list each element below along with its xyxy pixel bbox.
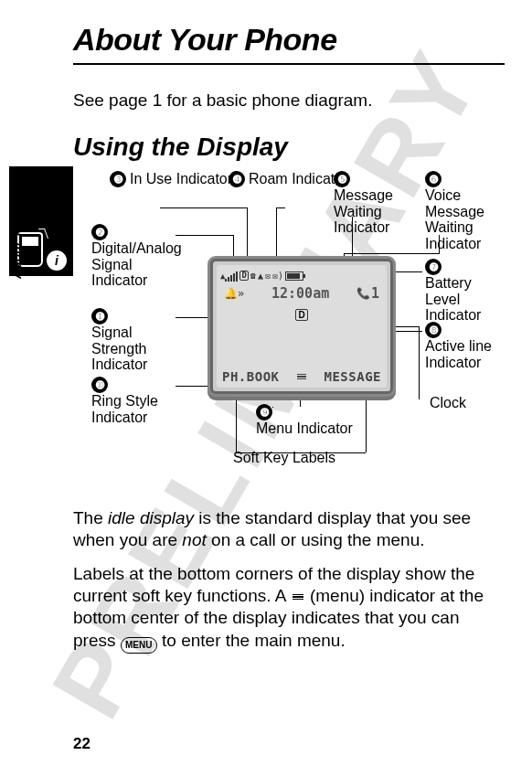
leader-line xyxy=(419,326,420,399)
callout-5-text: Message Waiting Indicator xyxy=(334,187,416,236)
leader-line xyxy=(160,207,247,208)
callout-5: ➎Message Waiting Indicator xyxy=(334,171,416,236)
section-heading: Using the Display xyxy=(73,133,505,162)
phone-screen-inner: ▲ D ☎ ▲ ✉ ✉) 🔔» 12:00am 📞1 D PH.B xyxy=(217,265,387,388)
p1-e: on a call or using the menu. xyxy=(207,530,425,549)
leader-line xyxy=(439,235,440,253)
leader-line xyxy=(272,407,273,408)
callout-2: ➋Digital/Analog Signal Indicator xyxy=(91,224,183,289)
callout-9: ➒Menu Indicator xyxy=(256,404,356,437)
body-paragraph-2: Labels at the bottom corners of the disp… xyxy=(73,563,505,654)
ring-style-icon: 🔔» xyxy=(224,287,244,300)
callout-6-text: Voice Message Waiting Indicator xyxy=(425,187,507,251)
voicemail-icon: ✉) xyxy=(272,271,283,281)
battery-icon xyxy=(285,271,303,281)
digital-indicator-icon: D xyxy=(239,271,248,281)
callout-7-text: Battery Level Indicator xyxy=(425,275,507,324)
callout-3-text: In Use Indicator xyxy=(130,171,232,187)
callout-clock: Clock xyxy=(430,395,466,411)
callout-number-7: ➐ xyxy=(425,259,442,275)
leader-line xyxy=(352,217,353,262)
roam-icon: ▲ xyxy=(258,271,263,281)
callout-1: ➊Signal Strength Indicator xyxy=(91,308,183,373)
menu-glyph-icon xyxy=(293,594,303,601)
leader-line xyxy=(176,235,233,236)
callout-7: ➐Battery Level Indicator xyxy=(425,259,507,324)
callout-number-1: ➊ xyxy=(91,308,108,324)
leader-line xyxy=(276,207,277,262)
callout-number-9: ➒ xyxy=(256,404,272,420)
center-indicator: D xyxy=(217,305,387,322)
callout-1-text: Signal Strength Indicator xyxy=(91,324,183,373)
callout-number-8: ➑ xyxy=(425,322,442,338)
body-paragraph-1: The idle display is the standard display… xyxy=(73,507,505,552)
digital-mode-icon: D xyxy=(295,309,307,321)
callout-number-6: ➏ xyxy=(425,171,442,187)
active-line-icon: 📞1 xyxy=(356,285,379,302)
callout-2-text: Digital/Analog Signal Indicator xyxy=(91,240,183,289)
leader-line xyxy=(236,452,366,453)
active-line-number: 1 xyxy=(371,285,379,302)
time-row: 🔔» 12:00am 📞1 xyxy=(217,283,387,303)
in-use-icon: ☎ xyxy=(250,271,256,281)
callout-8-text: Active line Indicator xyxy=(425,338,507,370)
display-diagram: ➌In Use Indicator ➍Roam Indicator ➎Messa… xyxy=(73,171,503,491)
callout-10: ➓Ring Style Indicator xyxy=(91,377,183,425)
p2-c: to enter the main menu. xyxy=(157,631,346,650)
callout-10-text: Ring Style Indicator xyxy=(91,393,183,425)
menu-indicator-icon xyxy=(297,374,306,380)
leader-line xyxy=(236,398,237,452)
status-bar: ▲ D ☎ ▲ ✉ ✉) xyxy=(217,265,387,283)
softkey-right: MESSAGE xyxy=(324,369,381,384)
callout-number-3: ➌ xyxy=(110,171,126,187)
callout-3: ➌In Use Indicator xyxy=(110,171,232,187)
menu-key-icon: MENU xyxy=(121,637,157,654)
callout-number-10: ➓ xyxy=(91,377,108,393)
leader-line xyxy=(276,207,285,208)
callout-number-2: ➋ xyxy=(91,224,108,240)
message-icon: ✉ xyxy=(265,271,271,281)
signal-strength-icon: ▲ xyxy=(220,271,238,282)
leader-line xyxy=(366,398,367,452)
callout-9-text: Menu Indicator xyxy=(256,420,353,437)
callout-4: ➍Roam Indicator xyxy=(229,171,348,187)
callout-clock-text: Clock xyxy=(430,395,466,411)
leader-line xyxy=(247,207,248,262)
intro-text: See page 1 for a basic phone diagram. xyxy=(73,90,505,111)
callout-number-5: ➎ xyxy=(334,171,350,187)
p1-d: not xyxy=(182,530,206,549)
clock-time: 12:00am xyxy=(271,285,329,302)
page-title: About Your Phone xyxy=(73,22,505,58)
callout-6: ➏Voice Message Waiting Indicator xyxy=(425,171,507,251)
callout-number-4: ➍ xyxy=(229,171,245,187)
callout-8: ➑Active line Indicator xyxy=(425,322,507,370)
softkey-left: PH.BOOK xyxy=(222,369,280,384)
p1-b: idle display xyxy=(108,508,194,527)
leader-line xyxy=(344,253,440,254)
p1-a: The xyxy=(73,508,108,527)
softkey-row: PH.BOOK MESSAGE xyxy=(217,369,387,384)
title-rule xyxy=(73,63,505,65)
phone-screen: ▲ D ☎ ▲ ✉ ✉) 🔔» 12:00am 📞1 D PH.B xyxy=(210,259,393,394)
